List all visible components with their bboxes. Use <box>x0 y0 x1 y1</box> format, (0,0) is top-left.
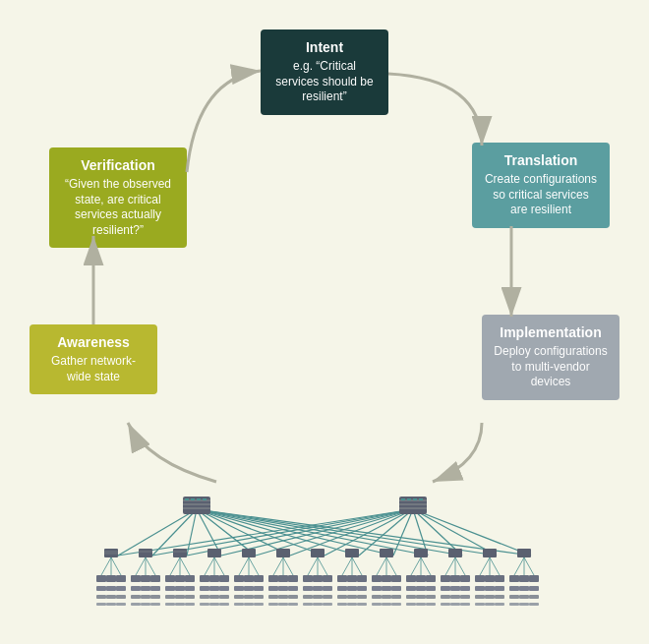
svg-rect-137 <box>529 575 539 582</box>
svg-rect-102 <box>131 575 141 582</box>
svg-line-23 <box>413 509 428 556</box>
svg-line-68 <box>180 557 190 575</box>
svg-rect-41 <box>413 498 417 500</box>
svg-rect-226 <box>209 603 219 606</box>
svg-rect-178 <box>106 595 116 599</box>
svg-rect-252 <box>509 603 519 606</box>
svg-rect-246 <box>441 603 450 606</box>
svg-rect-171 <box>475 586 485 591</box>
svg-rect-125 <box>391 575 401 582</box>
svg-rect-109 <box>209 575 219 582</box>
svg-rect-57 <box>448 549 462 557</box>
svg-line-21 <box>359 509 413 556</box>
svg-line-90 <box>445 557 455 575</box>
svg-line-4 <box>197 509 221 556</box>
svg-rect-233 <box>288 603 298 606</box>
svg-rect-210 <box>475 595 485 599</box>
svg-rect-220 <box>141 603 150 606</box>
svg-rect-167 <box>426 586 436 591</box>
svg-rect-140 <box>116 586 126 591</box>
svg-line-84 <box>377 557 386 575</box>
svg-line-7 <box>197 509 324 556</box>
svg-rect-51 <box>242 549 256 557</box>
svg-rect-165 <box>406 586 416 591</box>
svg-rect-208 <box>450 595 460 599</box>
svg-rect-198 <box>337 595 347 599</box>
svg-rect-128 <box>426 575 436 582</box>
svg-line-98 <box>524 557 534 575</box>
svg-rect-108 <box>200 575 209 582</box>
svg-rect-124 <box>382 575 391 582</box>
svg-rect-152 <box>254 586 264 591</box>
svg-rect-59 <box>517 549 531 557</box>
verification-box: Verification “Given the observed state, … <box>49 147 187 248</box>
svg-rect-153 <box>268 586 278 591</box>
svg-rect-158 <box>323 586 332 591</box>
svg-rect-195 <box>303 595 313 599</box>
svg-line-25 <box>413 509 497 556</box>
awareness-title: Awareness <box>41 334 146 350</box>
svg-rect-247 <box>450 603 460 606</box>
svg-rect-242 <box>391 603 401 606</box>
svg-line-87 <box>411 557 421 575</box>
svg-rect-182 <box>150 595 160 599</box>
svg-line-71 <box>214 557 224 575</box>
svg-line-10 <box>197 509 428 556</box>
svg-rect-27 <box>183 497 210 514</box>
svg-rect-52 <box>276 549 290 557</box>
svg-rect-184 <box>175 595 185 599</box>
svg-rect-173 <box>495 586 504 591</box>
svg-rect-223 <box>175 603 185 606</box>
svg-rect-169 <box>450 586 460 591</box>
svg-rect-234 <box>303 603 313 606</box>
svg-rect-227 <box>219 603 229 606</box>
svg-line-92 <box>455 557 465 575</box>
svg-rect-161 <box>357 586 367 591</box>
svg-rect-163 <box>382 586 391 591</box>
svg-rect-136 <box>519 575 529 582</box>
svg-rect-55 <box>380 549 393 557</box>
svg-rect-218 <box>116 603 126 606</box>
svg-rect-222 <box>165 603 175 606</box>
svg-rect-159 <box>337 586 347 591</box>
svg-rect-224 <box>185 603 195 606</box>
svg-line-18 <box>256 509 413 556</box>
svg-rect-46 <box>139 549 152 557</box>
svg-rect-146 <box>185 586 195 591</box>
svg-rect-216 <box>96 603 106 606</box>
svg-rect-194 <box>288 595 298 599</box>
svg-rect-251 <box>495 603 504 606</box>
svg-rect-243 <box>406 603 416 606</box>
svg-rect-53 <box>311 549 324 557</box>
svg-rect-131 <box>460 575 470 582</box>
svg-rect-32 <box>191 498 195 500</box>
svg-rect-191 <box>254 595 264 599</box>
svg-rect-149 <box>219 586 229 591</box>
svg-rect-248 <box>460 603 470 606</box>
svg-rect-154 <box>278 586 288 591</box>
svg-rect-40 <box>407 498 411 500</box>
svg-rect-112 <box>244 575 254 582</box>
svg-rect-254 <box>529 603 539 606</box>
svg-rect-43 <box>104 549 118 557</box>
svg-rect-213 <box>509 595 519 599</box>
svg-rect-35 <box>399 497 427 514</box>
svg-rect-231 <box>268 603 278 606</box>
svg-rect-189 <box>234 595 244 599</box>
svg-rect-237 <box>337 603 347 606</box>
implementation-box: Implementation Deploy configurations to … <box>482 315 620 400</box>
svg-rect-219 <box>131 603 141 606</box>
svg-rect-214 <box>519 595 529 599</box>
svg-line-26 <box>413 509 531 556</box>
svg-line-81 <box>342 557 352 575</box>
svg-line-65 <box>146 557 155 575</box>
svg-line-74 <box>249 557 259 575</box>
svg-rect-228 <box>234 603 244 606</box>
svg-rect-132 <box>475 575 485 582</box>
implementation-title: Implementation <box>494 324 608 340</box>
svg-rect-225 <box>200 603 209 606</box>
svg-rect-181 <box>141 595 150 599</box>
svg-rect-147 <box>200 586 209 591</box>
svg-line-95 <box>490 557 500 575</box>
svg-line-86 <box>386 557 396 575</box>
